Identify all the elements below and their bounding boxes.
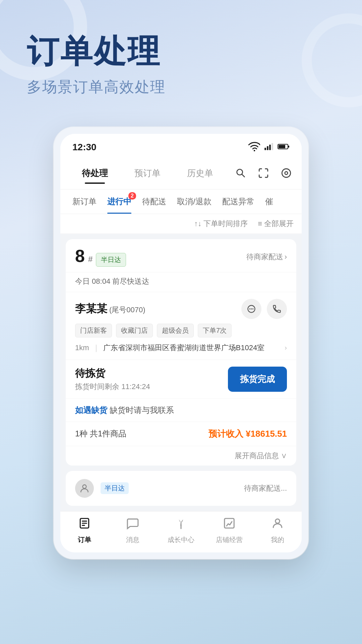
picking-info: 待拣货 拣货时间剩余 11:24:24 bbox=[75, 367, 150, 392]
growth-icon bbox=[175, 517, 187, 533]
page-title: 订单处理 bbox=[27, 34, 335, 69]
expand-all[interactable]: ≡ 全部展开 bbox=[258, 219, 294, 229]
order-status[interactable]: 待商家配送 › bbox=[246, 252, 287, 262]
message-customer-button[interactable] bbox=[241, 299, 261, 319]
svg-rect-21 bbox=[225, 518, 234, 528]
sort-bar: ↑↓ 下单时间排序 ≡ 全部展开 bbox=[60, 214, 302, 234]
customer-name: 李某某 bbox=[75, 302, 107, 316]
nav-store-ops[interactable]: 店铺经营 bbox=[205, 517, 253, 544]
hero-section: 订单处理 多场景订单高效处理 bbox=[0, 0, 362, 117]
svg-point-15 bbox=[252, 308, 254, 310]
sub-nav-bar: 新订单 进行中 2 待配送 取消/退款 配送异常 催 bbox=[60, 190, 302, 214]
nav-store-ops-label: 店铺经营 bbox=[216, 535, 243, 544]
svg-rect-2 bbox=[267, 146, 268, 150]
svg-rect-4 bbox=[272, 143, 273, 150]
goods-count: 1种 共1件商品 bbox=[75, 428, 126, 439]
status-bar: 12:30 bbox=[60, 134, 302, 157]
signal-icon bbox=[264, 142, 274, 153]
tag-vip: 超级会员 bbox=[157, 324, 194, 337]
phone-mockup: 12:30 bbox=[54, 127, 308, 559]
svg-rect-6 bbox=[279, 145, 285, 148]
svg-point-14 bbox=[251, 308, 252, 310]
order-summary: 1种 共1件商品 预计收入 ¥18615.51 bbox=[66, 422, 296, 446]
picking-countdown: 11:24:24 bbox=[121, 382, 150, 391]
status-time: 12:30 bbox=[72, 142, 97, 153]
svg-rect-7 bbox=[288, 146, 289, 148]
delivery-address[interactable]: 1km ｜ 广东省深圳市福田区香蜜湖街道世界广场B1024室 › bbox=[75, 343, 287, 353]
status-icons bbox=[248, 141, 290, 154]
stock-text: 缺货时请与我联系 bbox=[110, 406, 174, 415]
inprogress-badge: 2 bbox=[128, 192, 136, 200]
nav-mine-label: 我的 bbox=[271, 535, 284, 544]
peek-status: 待商家配送... bbox=[244, 483, 287, 493]
subnav-new-order[interactable]: 新订单 bbox=[67, 190, 102, 214]
nav-messages[interactable]: 消息 bbox=[109, 517, 157, 544]
sort-icon: ↑↓ bbox=[194, 219, 201, 228]
order-card: 8 # 半日达 待商家配送 › 今日 08:04 前尽快送达 李某某 bbox=[66, 239, 296, 466]
subnav-pending-delivery[interactable]: 待配送 bbox=[137, 190, 172, 214]
nav-growth[interactable]: 成长中心 bbox=[157, 517, 205, 544]
subnav-inprogress[interactable]: 进行中 2 bbox=[102, 190, 137, 214]
stock-link[interactable]: 如遇缺货 bbox=[75, 406, 107, 415]
mine-icon bbox=[271, 517, 284, 533]
wifi-icon bbox=[248, 141, 260, 154]
scan-button[interactable] bbox=[256, 166, 271, 180]
store-ops-icon bbox=[223, 517, 236, 533]
distance: 1km bbox=[75, 343, 89, 352]
subnav-delivery-issue[interactable]: 配送异常 bbox=[217, 190, 260, 214]
subnav-cancel-refund[interactable]: 取消/退款 bbox=[172, 190, 217, 214]
svg-line-9 bbox=[242, 174, 245, 177]
picking-timer: 拣货时间剩余 11:24:24 bbox=[75, 382, 150, 392]
sort-by-time[interactable]: ↑↓ 下单时间排序 bbox=[194, 219, 248, 229]
tab-pending[interactable]: 待处理 bbox=[68, 163, 121, 184]
svg-point-0 bbox=[254, 150, 255, 151]
settings-button[interactable] bbox=[279, 166, 294, 180]
customer-id: (尾号0070) bbox=[109, 305, 145, 315]
customer-name-row: 李某某 (尾号0070) bbox=[75, 299, 287, 319]
picking-section: 待拣货 拣货时间剩余 11:24:24 拣货完成 bbox=[66, 360, 296, 399]
call-customer-button[interactable] bbox=[267, 299, 287, 319]
svg-point-10 bbox=[282, 169, 291, 177]
address-arrow-icon: › bbox=[285, 344, 287, 352]
order-number-suffix: # bbox=[88, 255, 93, 264]
top-tab-bar: 待处理 预订单 历史单 bbox=[60, 157, 302, 190]
picking-status: 待拣货 bbox=[75, 367, 150, 380]
customer-actions bbox=[241, 299, 287, 319]
customer-section: 李某某 (尾号0070) bbox=[66, 292, 296, 360]
tab-history[interactable]: 历史单 bbox=[174, 163, 227, 184]
svg-point-16 bbox=[83, 485, 86, 488]
expand-goods-info[interactable]: 展开商品信息 ∨ bbox=[66, 446, 296, 466]
tab-prebook[interactable]: 预订单 bbox=[121, 163, 174, 184]
svg-point-13 bbox=[249, 308, 251, 310]
order-number: 8 bbox=[75, 247, 85, 265]
order-card-peek[interactable]: 半日达 待商家配送... bbox=[66, 471, 296, 506]
phone-screen: 12:30 bbox=[60, 134, 302, 552]
nav-orders-label: 订单 bbox=[78, 535, 91, 544]
expand-icon: ≡ bbox=[258, 219, 262, 228]
nav-messages-label: 消息 bbox=[126, 535, 139, 544]
tag-favorite-store: 收藏门店 bbox=[116, 324, 153, 337]
content-area: 8 # 半日达 待商家配送 › 今日 08:04 前尽快送达 李某某 bbox=[60, 234, 302, 511]
search-button[interactable] bbox=[233, 166, 248, 180]
subnav-remind[interactable]: 催 bbox=[260, 190, 279, 214]
messages-icon bbox=[126, 517, 139, 533]
svg-point-11 bbox=[285, 172, 288, 175]
sort-label: 下单时间排序 bbox=[203, 219, 248, 229]
customer-tags: 门店新客 收藏门店 超级会员 下单7次 bbox=[75, 324, 287, 337]
tag-order-count: 下单7次 bbox=[198, 324, 232, 337]
tag-new-customer: 门店新客 bbox=[75, 324, 112, 337]
estimated-income: 预计收入 ¥18615.51 bbox=[208, 428, 287, 440]
nav-orders[interactable]: 订单 bbox=[60, 517, 109, 544]
battery-icon bbox=[278, 143, 290, 152]
address-text: 广东省深圳市福田区香蜜湖街道世界广场B1024室 bbox=[103, 343, 282, 353]
bottom-nav: 订单 消息 bbox=[60, 511, 302, 552]
order-type-tag: 半日达 bbox=[96, 253, 126, 267]
order-time: 今日 08:04 前尽快送达 bbox=[66, 272, 296, 292]
stock-notice: 如遇缺货 缺货时请与我联系 bbox=[66, 399, 296, 422]
picking-complete-button[interactable]: 拣货完成 bbox=[228, 367, 287, 392]
order-header: 8 # 半日达 待商家配送 › bbox=[66, 239, 296, 272]
peek-avatar bbox=[75, 479, 94, 498]
svg-rect-3 bbox=[269, 145, 271, 150]
svg-point-22 bbox=[276, 519, 280, 523]
nav-mine[interactable]: 我的 bbox=[253, 517, 302, 544]
